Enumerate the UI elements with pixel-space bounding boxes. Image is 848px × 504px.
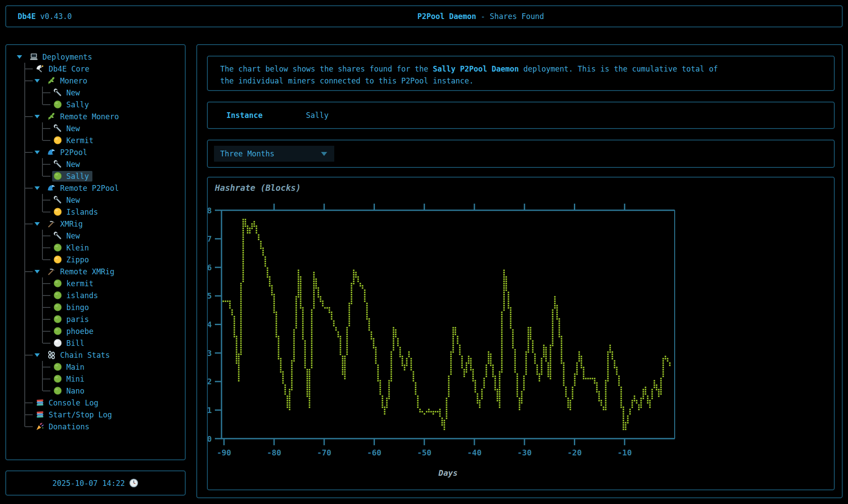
expand-arrow-icon[interactable] — [17, 51, 28, 63]
tree-item-nano[interactable]: Nano — [6, 385, 185, 397]
tree-item-new[interactable]: New — [6, 122, 185, 134]
tree-item-label: Donations — [49, 422, 89, 431]
tree-connector — [34, 289, 52, 301]
app-version: v0.43.0 — [40, 12, 72, 21]
tree-item-main[interactable]: Main — [6, 361, 185, 373]
tree-item-label: Db4E Core — [49, 64, 89, 73]
tree-item-deployments[interactable]: Deployments — [6, 51, 185, 63]
tree-item-label: Bill — [66, 339, 84, 348]
tree-item-start-stop-log[interactable]: Start/Stop Log — [6, 409, 185, 421]
tree-connector — [34, 122, 52, 134]
tree-item-monero[interactable]: Monero — [6, 75, 185, 87]
tree-connector — [17, 373, 34, 385]
svg-text:-40: -40 — [467, 448, 482, 457]
tree-item-label: New — [66, 124, 80, 133]
tree-item-new[interactable]: New — [6, 158, 185, 170]
expand-arrow-icon[interactable] — [34, 218, 46, 230]
tree-item-label: Deployments — [42, 53, 92, 61]
tree-item-remote-p2pool[interactable]: Remote P2Pool — [6, 182, 185, 194]
shares-found-chart: -90-80-70-60-50-40-30-20-10012345678Days — [208, 178, 834, 489]
tree-item-bill[interactable]: Bill — [6, 337, 185, 349]
svg-text:5: 5 — [208, 291, 212, 300]
tree-item-p2pool[interactable]: P2Pool — [6, 146, 185, 158]
expand-arrow-icon[interactable] — [34, 182, 46, 194]
tree-connector — [17, 99, 34, 110]
datetime-text: 2025-10-07 14:22 — [53, 479, 125, 488]
tree-item-sally[interactable]: Sally — [6, 170, 185, 182]
tree-connector — [34, 254, 52, 265]
chart-panel: Hashrate (Blocks) -90-80-70-60-50-40-30-… — [207, 177, 835, 490]
description-panel: The chart below shows the shares found f… — [207, 56, 835, 91]
tree-item-label: Sally — [66, 100, 89, 109]
expand-arrow-icon[interactable] — [34, 349, 46, 361]
tree-item-label: Remote Monero — [60, 112, 119, 121]
tree-item-mini[interactable]: Mini — [6, 373, 185, 385]
tree-item-chain-stats[interactable]: Chain Stats — [6, 349, 185, 361]
tree-item-label: New — [66, 88, 80, 97]
expand-arrow-icon[interactable] — [34, 75, 46, 87]
tree-item-label: islands — [66, 291, 98, 300]
instance-panel: Instance Sally — [207, 102, 835, 129]
tree-connector — [17, 230, 34, 242]
tree-item-islands[interactable]: islands — [6, 289, 185, 301]
tree-item-phoebe[interactable]: phoebe — [6, 325, 185, 337]
tree-item-bingo[interactable]: bingo — [6, 301, 185, 313]
tree-item-remote-xmrig[interactable]: Remote XMRig — [6, 265, 185, 277]
chevron-down-icon — [321, 152, 327, 156]
tree-connector — [17, 349, 34, 361]
books-icon — [35, 410, 45, 420]
svg-text:4: 4 — [208, 320, 212, 329]
tree-connector — [34, 361, 52, 373]
tree-item-label: paris — [66, 315, 89, 324]
tree-item-label: Klein — [66, 243, 89, 252]
tree-item-islands[interactable]: Islands — [6, 206, 185, 218]
status-white-icon — [53, 338, 62, 348]
tree-item-new[interactable]: New — [6, 87, 185, 99]
page-title-secondary: - Shares Found — [476, 12, 544, 21]
tree-connector — [17, 409, 34, 421]
tree-connector — [34, 134, 52, 146]
tree-item-donations[interactable]: Donations — [6, 421, 185, 432]
tree-connector — [34, 158, 52, 170]
tree-item-paris[interactable]: paris — [6, 313, 185, 325]
expand-arrow-icon[interactable] — [34, 110, 46, 122]
svg-text:-60: -60 — [367, 448, 382, 457]
tree-item-remote-monero[interactable]: Remote Monero — [6, 110, 185, 122]
tree-item-label: Zippo — [66, 255, 89, 264]
tree-connector — [34, 170, 52, 182]
herb-icon — [46, 112, 56, 121]
wave-icon — [46, 148, 56, 157]
tree-item-label: P2Pool — [60, 148, 87, 157]
tree-connector — [34, 277, 52, 289]
svg-text:-50: -50 — [417, 448, 432, 457]
pickaxe-icon — [46, 219, 56, 229]
tree-connector — [34, 99, 52, 110]
tree-item-sally[interactable]: Sally — [6, 99, 185, 110]
tree-item-new[interactable]: New — [6, 194, 185, 206]
status-green-icon — [53, 362, 62, 372]
expand-arrow-icon[interactable] — [34, 146, 46, 158]
expand-arrow-icon[interactable] — [34, 265, 46, 277]
svg-text:7: 7 — [208, 234, 212, 243]
tree-item-klein[interactable]: Klein — [6, 242, 185, 254]
tree-connector — [17, 254, 34, 265]
tree-item-new[interactable]: New — [6, 230, 185, 242]
tree-connector — [17, 218, 34, 230]
tree-item-xmrig[interactable]: XMRig — [6, 218, 185, 230]
page-title: P2Pool Daemon - Shares Found — [417, 12, 544, 21]
tree-connector — [17, 206, 34, 218]
tree-item-zippo[interactable]: Zippo — [6, 254, 185, 265]
tree-item-console-log[interactable]: Console Log — [6, 397, 185, 409]
tree-connector — [17, 289, 34, 301]
tree-item-kermit[interactable]: kermit — [6, 277, 185, 289]
tree-item-db4e-core[interactable]: Db4E Core — [6, 63, 185, 75]
tree-connector — [34, 313, 52, 325]
tree-connector — [17, 421, 34, 432]
time-range-select[interactable]: Three Months — [214, 146, 334, 162]
wave-icon — [46, 183, 56, 193]
tree-item-kermit[interactable]: Kermit — [6, 134, 185, 146]
tree-connector — [17, 170, 34, 182]
main-panel: The chart below shows the shares found f… — [196, 44, 843, 498]
tree-item-label: Islands — [66, 208, 98, 216]
status-green-icon — [53, 315, 62, 324]
